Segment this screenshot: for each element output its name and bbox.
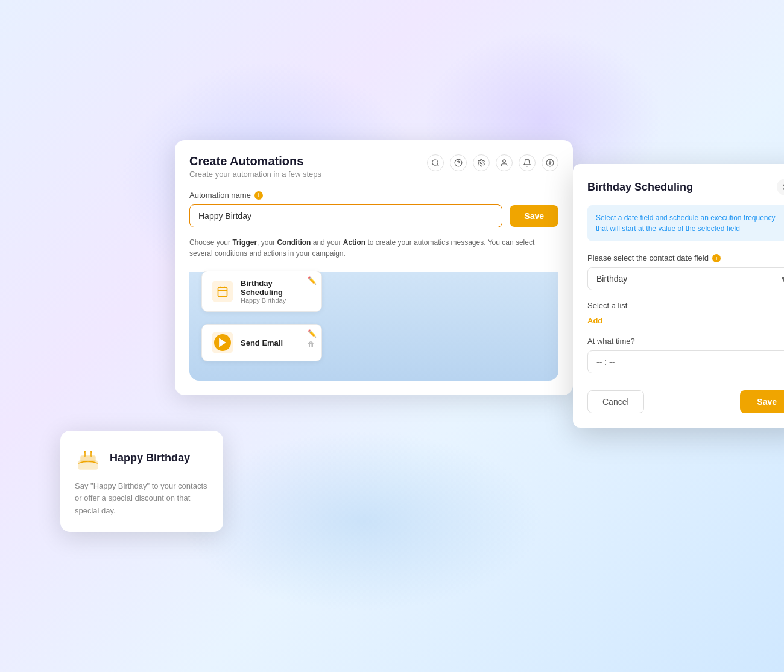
add-list-link[interactable]: Add xyxy=(587,316,602,325)
automation-panel: Create Automations Create your automatio… xyxy=(175,140,573,395)
modal-footer: Cancel Save xyxy=(587,390,784,413)
send-email-step[interactable]: Send Email ✏️ 🗑 xyxy=(201,324,322,361)
birthday-scheduling-sub: Happy Birthday xyxy=(241,297,312,304)
currency-icon[interactable] xyxy=(542,154,558,171)
svg-rect-10 xyxy=(90,452,92,457)
birthday-card-title: Happy Birthday xyxy=(110,452,190,464)
cancel-button[interactable]: Cancel xyxy=(587,390,644,413)
help-icon[interactable] xyxy=(450,154,467,171)
birthday-card-header: Happy Birthday xyxy=(75,445,209,472)
date-field-dropdown-wrapper: Birthday ▾ xyxy=(587,267,784,290)
svg-rect-9 xyxy=(84,452,86,457)
header-icons xyxy=(427,154,558,171)
time-input[interactable] xyxy=(587,350,784,373)
automation-name-section: Automation name i Save xyxy=(189,191,558,227)
search-icon[interactable] xyxy=(427,154,444,171)
birthday-card-description: Say "Happy Birthday" to your contacts or… xyxy=(75,480,209,518)
panel-header: Create Automations Create your automatio… xyxy=(189,154,558,179)
scheduling-modal: Birthday Scheduling ✕ Select a date fiel… xyxy=(573,164,784,428)
list-field-label: Select a list xyxy=(587,301,784,310)
modal-title: Birthday Scheduling xyxy=(587,181,693,194)
name-row: Save xyxy=(189,204,558,227)
panel-title: Create Automations xyxy=(189,154,321,168)
svg-point-11 xyxy=(84,451,86,453)
svg-point-0 xyxy=(432,160,438,165)
svg-point-12 xyxy=(90,451,92,453)
instruction-text: Choose your Trigger, your Condition and … xyxy=(189,237,558,259)
automation-name-label: Automation name i xyxy=(189,191,558,200)
send-email-name: Send Email xyxy=(241,338,312,347)
modal-header: Birthday Scheduling ✕ xyxy=(587,179,784,195)
birthday-scheduling-step[interactable]: Birthday Scheduling Happy Birthday ✏️ xyxy=(201,271,322,312)
automation-name-input[interactable] xyxy=(189,204,502,227)
send-email-info: Send Email xyxy=(241,338,312,347)
svg-point-3 xyxy=(503,160,506,163)
svg-marker-6 xyxy=(219,338,226,347)
birthday-card: Happy Birthday Say "Happy Birthday" to y… xyxy=(60,431,223,532)
notifications-icon[interactable] xyxy=(519,154,536,171)
birthday-scheduling-name: Birthday Scheduling xyxy=(241,279,312,297)
date-field-label: Please select the contact date field i xyxy=(587,253,784,262)
send-email-icon xyxy=(212,332,233,353)
date-field-dropdown[interactable]: Birthday xyxy=(587,267,784,290)
date-field-info-icon: i xyxy=(712,254,721,262)
name-info-icon: i xyxy=(254,191,263,200)
send-email-delete-icon[interactable]: 🗑 xyxy=(308,340,317,349)
date-field-section: Please select the contact date field i B… xyxy=(587,253,784,290)
modal-close-button[interactable]: ✕ xyxy=(777,179,784,195)
modal-save-button[interactable]: Save xyxy=(740,390,784,413)
send-email-edit-icon[interactable]: ✏️ xyxy=(308,329,317,338)
time-field-section: At what time? xyxy=(587,337,784,373)
info-banner: Select a date field and schedule an exec… xyxy=(587,205,784,241)
profile-icon[interactable] xyxy=(496,154,513,171)
birthday-scheduling-info: Birthday Scheduling Happy Birthday xyxy=(241,279,312,304)
birthday-scheduling-icon xyxy=(212,281,233,302)
play-icon xyxy=(214,334,231,351)
birthday-cake-icon xyxy=(75,445,101,472)
save-button[interactable]: Save xyxy=(510,205,558,227)
panel-subtitle: Create your automation in a few steps xyxy=(189,170,321,179)
time-field-label: At what time? xyxy=(587,337,784,346)
panel-title-group: Create Automations Create your automatio… xyxy=(189,154,321,179)
birthday-scheduling-edit-icon[interactable]: ✏️ xyxy=(308,276,317,285)
list-field-section: Select a list Add xyxy=(587,301,784,326)
svg-point-2 xyxy=(480,162,482,164)
settings-icon[interactable] xyxy=(473,154,490,171)
